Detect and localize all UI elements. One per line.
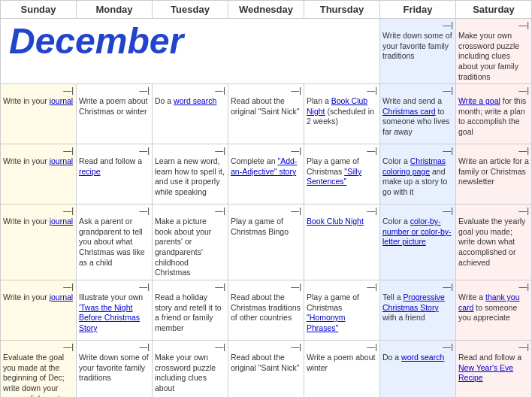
cell-r1-wed: —| Read about the original "Saint Nick" [228, 84, 304, 144]
calendar-row: —| Evaluate the goal you made at the beg… [1, 341, 532, 397]
day-num: —| [231, 282, 301, 291]
cell-r5-tue: —| Make your own crossword puzzle includ… [153, 341, 228, 397]
day-num: —| [382, 206, 453, 215]
day-num: —| [458, 86, 529, 95]
header-friday: Friday [380, 1, 456, 19]
cell-r0-sat: —| Make your own crossword puzzle includ… [456, 19, 532, 84]
thank-you-link[interactable]: thank you card [458, 292, 520, 312]
header-saturday: Saturday [456, 1, 532, 19]
day-num: —| [155, 282, 225, 291]
christmas-card-link[interactable]: Christmas card [382, 107, 436, 116]
header-wednesday: Wednesday [228, 1, 304, 19]
cell-content: Write in your journal [3, 217, 74, 227]
journal-link[interactable]: journal [50, 292, 74, 302]
day-num: —| [231, 206, 301, 215]
coloring-page-link[interactable]: Christmas coloring page [382, 156, 446, 176]
cell-r0-fri: —| Write down some of your favorite fami… [380, 19, 456, 84]
day-num: —| [458, 342, 529, 351]
cell-content: Make your own crossword puzzle including… [458, 31, 529, 82]
header-sunday: Sunday [1, 1, 77, 19]
cell-r4-wed: —| Read about the Christmas traditions o… [228, 280, 304, 341]
day-num: —| [79, 86, 150, 95]
silly-sentences-link[interactable]: "Silly Sentences" [307, 167, 361, 186]
cell-r1-fri: —| Write and send a Christmas card to so… [380, 84, 456, 144]
cell-content: Read about the original "Saint Nick" [231, 353, 301, 373]
nye-recipe-link[interactable]: New Year's Eve Recipe [458, 363, 513, 383]
cell-r4-fri: —| Tell a Progressive Christmas Story wi… [380, 280, 456, 341]
month-title-cell: December [1, 19, 380, 84]
cell-r2-mon: —| Read and follow a recipe [77, 144, 153, 205]
journal-link[interactable]: journal [50, 96, 74, 105]
cell-content: Plan a Book Club Night (scheduled in 2 w… [307, 96, 377, 127]
recipe-link[interactable]: recipe [79, 167, 101, 176]
cell-r5-wed: —| Read about the original "Saint Nick" [228, 341, 304, 397]
calendar-row: —| Write in your journal —| Ask a parent… [1, 205, 532, 280]
cell-content: Book Club Night [307, 217, 377, 227]
day-num: —| [155, 206, 225, 215]
day-num: —| [458, 206, 529, 215]
journal-link[interactable]: journal [50, 156, 74, 165]
book-club-night-link[interactable]: Book Club Night [307, 217, 364, 226]
word-search-link2[interactable]: word search [401, 353, 444, 362]
day-num: —| [382, 20, 453, 29]
cell-content: Learn a new word, learn how to spell it,… [155, 156, 225, 198]
cell-r2-sat: —| Write an article for a family or Chri… [456, 144, 532, 205]
cell-content: Play a game of Christmas "Silly Sentence… [307, 156, 377, 187]
cell-r4-tue: —| Read a holiday story and retell it to… [153, 280, 228, 341]
adjective-story-link[interactable]: "Add-an-Adjective" story [231, 156, 297, 176]
day-num: —| [155, 342, 225, 351]
cell-r3-sat: —| Evaluate the yearly goal you made; wr… [456, 205, 532, 280]
day-num: —| [307, 342, 377, 351]
day-num: —| [382, 342, 453, 351]
month-title: December [3, 17, 189, 65]
homonym-link[interactable]: "Homonym Phrases" [307, 313, 346, 332]
cell-content: Do a word search [155, 96, 225, 107]
header-monday: Monday [77, 1, 153, 19]
cell-content: Play a game of Christmas "Homonym Phrase… [307, 292, 377, 334]
cell-content: Complete an "Add-an-Adjective" story [231, 156, 301, 177]
cell-r5-thu: —| Write a poem about winter [304, 341, 380, 397]
calendar-row: —| Write in your journal —| Illustrate y… [1, 280, 532, 341]
cell-content: Read and follow a New Year's Eve Recipe [458, 353, 529, 383]
cell-r1-mon: —| Write a poem about Christmas or winte… [77, 84, 153, 144]
cell-content: Evaluate the yearly goal you made; write… [458, 217, 529, 268]
cell-content: Play a game of Christmas Bingo [231, 217, 301, 237]
write-goal-link[interactable]: Write a goal [458, 96, 500, 105]
cell-r2-fri: —| Color a Christmas coloring page and m… [380, 144, 456, 205]
cell-content: Write a thank you card to someone you ap… [458, 292, 529, 323]
day-num: —| [382, 282, 453, 291]
book-club-link[interactable]: Book Club Night [307, 96, 367, 116]
color-by-link[interactable]: color-by-number or color-by-letter pictu… [382, 217, 452, 246]
cell-r3-tue: —| Make a picture book about your parent… [153, 205, 228, 280]
cell-content: Write and send a Christmas card to someo… [382, 96, 453, 138]
cell-content: Do a word search [382, 353, 453, 363]
day-num: —| [3, 342, 74, 351]
cell-content: Read about the Christmas traditions of o… [231, 292, 301, 323]
cell-r4-mon: —| Illustrate your own 'Twas the Night B… [77, 280, 153, 341]
cell-content: Color a color-by-number or color-by-lett… [382, 217, 453, 247]
cell-r2-thu: —| Play a game of Christmas "Silly Sente… [304, 144, 380, 205]
header-thursday: Thursday [304, 1, 380, 19]
day-num: —| [458, 20, 529, 29]
cell-r5-sat: —| Read and follow a New Year's Eve Reci… [456, 341, 532, 397]
day-num: —| [3, 146, 74, 155]
cell-content: Write a poem about winter [307, 353, 377, 373]
word-search-link[interactable]: word search [174, 96, 216, 105]
cell-r3-thu: —| Book Club Night [304, 205, 380, 280]
cell-r3-wed: —| Play a game of Christmas Bingo [228, 205, 304, 280]
cell-content: Color a Christmas coloring page and make… [382, 156, 453, 198]
day-num: —| [79, 282, 150, 291]
twas-night-link[interactable]: 'Twas the Night Before Christmas Story [79, 303, 140, 332]
calendar-row: —| Write in your journal —| Write a poem… [1, 84, 532, 144]
day-num: —| [307, 86, 377, 95]
cell-content: Ask a parent or grandparent to tell you … [79, 217, 150, 268]
journal-link[interactable]: journal [50, 217, 74, 226]
progressive-story-link[interactable]: Progressive Christmas Story [382, 292, 445, 312]
cell-content: Write in your journal [3, 292, 74, 303]
day-num: —| [307, 206, 377, 215]
calendar-row: —| Write in your journal —| Read and fol… [1, 144, 532, 205]
cell-r1-tue: —| Do a word search [153, 84, 228, 144]
cell-content: Write a goal for this month; write a pla… [458, 96, 529, 138]
cell-r2-sun: —| Write in your journal [1, 144, 77, 205]
month-header-row: December —| Write down some of your favo… [1, 19, 532, 84]
